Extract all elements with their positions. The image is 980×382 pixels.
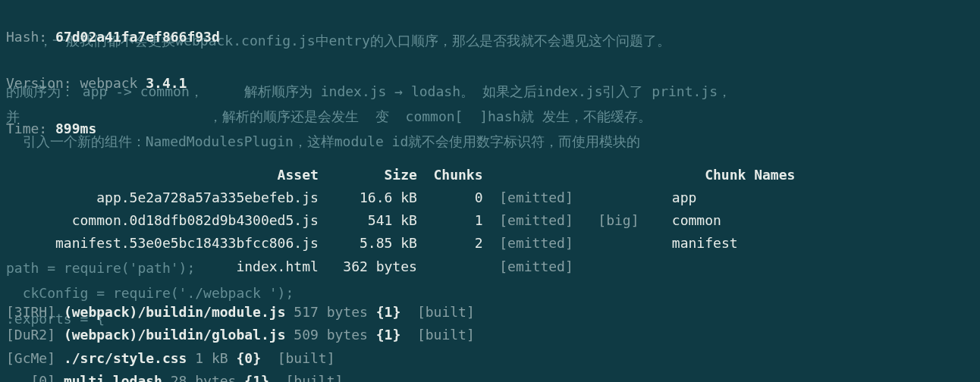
asset-table: Asset Size Chunks Chunk Names app.5e2a72… [6, 164, 974, 278]
time-line: Time: 899ms [6, 117, 974, 140]
module-list: [3IRH] (webpack)/buildin/module.js 517 b… [6, 301, 974, 382]
terminal-output: Hash: 67d02a41fa7ef866f93d Version: webp… [0, 0, 980, 382]
version-line: Version: webpack 3.4.1 [6, 72, 974, 95]
hash-line: Hash: 67d02a41fa7ef866f93d [6, 26, 974, 49]
